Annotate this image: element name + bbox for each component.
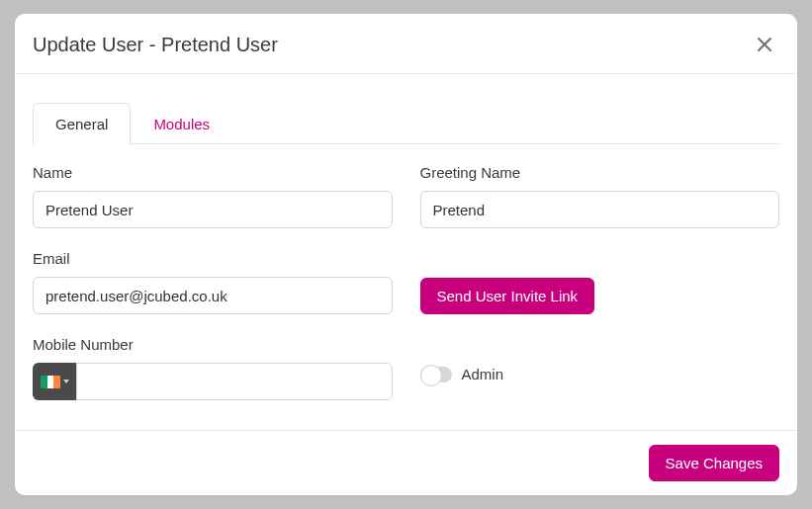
col-greeting: Greeting Name [420,164,780,228]
row-name-greeting: Name Greeting Name [33,164,779,228]
mobile-label: Mobile Number [33,336,393,353]
col-admin: Admin [420,336,780,400]
greeting-input[interactable] [420,191,780,228]
admin-toggle[interactable] [420,367,452,382]
mobile-input-group [33,363,393,400]
mobile-input[interactable] [76,363,393,400]
update-user-modal: Update User - Pretend User General Modul… [15,14,797,495]
admin-toggle-row: Admin [420,364,780,382]
name-input[interactable] [33,191,393,228]
row-email-invite: Email Send User Invite Link [33,250,779,314]
col-email: Email [33,250,393,314]
modal-body: General Modules Name Greeting Name Email… [15,74,797,430]
tab-general[interactable]: General [33,103,131,144]
country-code-button[interactable] [33,363,76,400]
greeting-label: Greeting Name [420,164,780,181]
close-icon [757,37,772,52]
tab-bar: General Modules [33,102,779,144]
chevron-down-icon [63,380,69,383]
name-label: Name [33,164,393,181]
flag-ireland-icon [41,376,60,388]
row-mobile-admin: Mobile Number Admin [33,336,779,400]
send-invite-button[interactable]: Send User Invite Link [420,278,595,314]
col-mobile: Mobile Number [33,336,393,400]
modal-title: Update User - Pretend User [33,34,278,56]
close-button[interactable] [750,30,779,59]
col-invite: Send User Invite Link [420,250,780,314]
email-input[interactable] [33,277,393,314]
email-label: Email [33,250,393,267]
col-name: Name [33,164,393,228]
tab-modules[interactable]: Modules [131,103,232,144]
modal-footer: Save Changes [15,430,797,495]
save-button[interactable]: Save Changes [649,445,779,481]
admin-label: Admin [462,366,504,382]
modal-header: Update User - Pretend User [15,14,797,74]
